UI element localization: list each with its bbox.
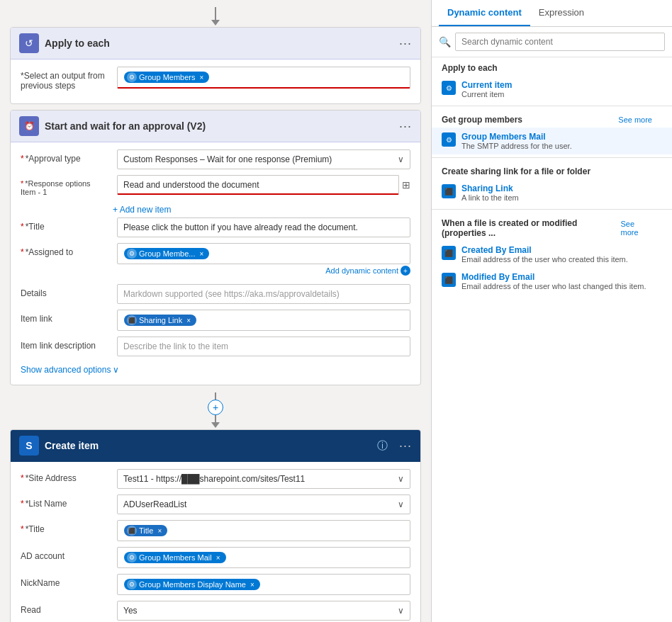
apply-to-each-title: Apply to each bbox=[45, 38, 393, 49]
assigned-token-icon: ⚙ bbox=[127, 249, 137, 259]
apply-to-each-icon: ↺ bbox=[19, 33, 39, 53]
site-address-dropdown[interactable]: Test11 - https://███sharepoint.com/sites… bbox=[117, 469, 410, 489]
approval-body: *Approval type Custom Responses – Wait f… bbox=[11, 142, 420, 385]
select-output-label: *Select an output from previous steps bbox=[21, 67, 113, 91]
response-options-input[interactable]: Read and understood the document bbox=[117, 175, 399, 195]
panel-item-modified-by-email[interactable]: ⬛ Modified By Email Email address of the… bbox=[432, 268, 672, 295]
token-label: Group Members bbox=[139, 73, 195, 81]
item-link-desc-input[interactable]: Describe the link to the item bbox=[117, 337, 410, 356]
token-remove[interactable]: × bbox=[199, 74, 203, 81]
show-advanced-label: Show advanced options bbox=[21, 365, 111, 375]
created-email-icon: ⬛ bbox=[442, 246, 456, 260]
response-options-icon: ⊞ bbox=[402, 179, 410, 191]
ad-account-label-text: Group Members Mail bbox=[139, 553, 212, 562]
nickname-remove[interactable]: × bbox=[250, 581, 254, 589]
panel-section-file: When a file is created or modified (prop… bbox=[442, 218, 621, 238]
item-link-label: Item link bbox=[21, 310, 113, 324]
assigned-to-label: *Assigned to bbox=[21, 243, 113, 257]
current-item-desc: Current item bbox=[461, 90, 512, 98]
modified-email-text: Modified By Email Email address of the u… bbox=[461, 272, 646, 290]
approval-icon: ⏰ bbox=[19, 116, 39, 136]
create-item-title: Create item bbox=[45, 440, 371, 451]
create-title-input[interactable]: ⬛ Title × bbox=[117, 520, 410, 541]
assigned-to-token[interactable]: ⚙ Group Membe... × bbox=[124, 248, 209, 259]
response-options-row: *Response options Item - 1 Read and unde… bbox=[21, 175, 410, 196]
group-mail-text: Group Members Mail The SMTP address for … bbox=[461, 132, 572, 150]
create-title-label: *Title bbox=[21, 520, 113, 534]
see-more-file[interactable]: See more bbox=[621, 220, 662, 237]
title-input[interactable]: Please click the button if you have alre… bbox=[117, 217, 410, 237]
current-item-icon: ⚙ bbox=[442, 81, 456, 95]
create-item-icon: S bbox=[19, 436, 39, 456]
divider-3 bbox=[432, 209, 672, 210]
group-mail-icon: ⚙ bbox=[442, 132, 456, 147]
sharing-link-token[interactable]: ⬛ Sharing Link × bbox=[124, 315, 196, 326]
read-label: Read bbox=[21, 601, 113, 615]
assigned-to-input[interactable]: ⚙ Group Membe... × bbox=[117, 243, 410, 264]
item-link-input[interactable]: ⬛ Sharing Link × bbox=[117, 310, 410, 331]
nickname-label: NickName bbox=[21, 574, 113, 588]
show-advanced-btn[interactable]: Show advanced options ∨ bbox=[21, 362, 410, 378]
title-row: *Title Please click the button if you ha… bbox=[21, 217, 410, 237]
apply-to-each-header: ↺ Apply to each ··· bbox=[11, 28, 420, 60]
divider-2 bbox=[432, 157, 672, 158]
add-dynamic-btn[interactable]: Add dynamic content + bbox=[325, 266, 410, 276]
approval-header: ⏰ Start and wait for an approval (V2) ··… bbox=[11, 111, 420, 142]
tab-dynamic-content[interactable]: Dynamic content bbox=[439, 0, 530, 26]
group-members-token[interactable]: ⚙ Group Members × bbox=[124, 72, 209, 83]
panel-item-sharing-link[interactable]: ⬛ Sharing Link A link to the item bbox=[432, 179, 672, 206]
modified-email-icon: ⬛ bbox=[442, 273, 456, 287]
create-item-header: S Create item ⓘ ··· bbox=[11, 430, 420, 462]
title-label: *Title bbox=[21, 217, 113, 232]
assigned-to-row: *Assigned to ⚙ Group Membe... × Add dyna… bbox=[21, 243, 410, 278]
assigned-token-remove[interactable]: × bbox=[199, 250, 203, 258]
assigned-token-label: Group Membe... bbox=[139, 249, 195, 258]
approval-type-dropdown[interactable]: Custom Responses – Wait for one response… bbox=[117, 149, 410, 169]
panel-body: Apply to each ⚙ Current item Current ite… bbox=[432, 57, 672, 622]
read-dropdown[interactable]: Yes ∨ bbox=[117, 601, 410, 621]
add-dynamic-content-row: Add dynamic content + bbox=[117, 266, 410, 276]
search-input[interactable] bbox=[455, 33, 665, 51]
apply-to-each-card: ↺ Apply to each ··· *Select an output fr… bbox=[10, 27, 421, 104]
response-options-label: *Response options Item - 1 bbox=[21, 175, 113, 196]
read-value: Yes bbox=[123, 606, 398, 616]
title-token-remove[interactable]: × bbox=[157, 527, 162, 535]
sharing-link-icon: ⬛ bbox=[127, 315, 137, 325]
approval-type-chevron: ∨ bbox=[398, 154, 404, 164]
add-step-btn[interactable]: + bbox=[208, 400, 223, 415]
panel-search-area: 🔍 bbox=[432, 27, 672, 57]
item-link-desc-label: Item link description bbox=[21, 337, 113, 351]
modified-email-desc: Email address of the user who last chang… bbox=[461, 282, 646, 290]
create-item-menu[interactable]: ··· bbox=[399, 439, 412, 453]
approval-menu[interactable]: ··· bbox=[399, 119, 412, 134]
details-input[interactable]: Markdown supported (see https://aka.ms/a… bbox=[117, 284, 410, 304]
item-link-row: Item link ⬛ Sharing Link × bbox=[21, 310, 410, 331]
site-address-value: Test11 - https://███sharepoint.com/sites… bbox=[123, 474, 398, 484]
sharing-link-remove[interactable]: × bbox=[186, 317, 191, 324]
ad-account-token[interactable]: ⚙ Group Members Mail × bbox=[124, 552, 226, 563]
panel-item-created-by-email[interactable]: ⬛ Created By Email Email address of the … bbox=[432, 241, 672, 268]
details-placeholder: Markdown supported (see https://aka.ms/a… bbox=[123, 289, 340, 299]
nickname-token[interactable]: ⚙ Group Members Display Name × bbox=[124, 579, 260, 590]
add-new-item-btn[interactable]: + Add new item bbox=[113, 202, 410, 217]
panel-item-current-item[interactable]: ⚙ Current item Current item bbox=[432, 76, 672, 103]
response-options-value: Read and understood the document bbox=[123, 180, 259, 190]
ad-account-remove[interactable]: × bbox=[216, 554, 220, 562]
create-title-row: *Title ⬛ Title × bbox=[21, 520, 410, 541]
modified-email-name: Modified By Email bbox=[461, 272, 646, 282]
panel-section-apply: Apply to each bbox=[432, 57, 672, 76]
panel-section-sharing: Create sharing link for a file or folder bbox=[432, 161, 672, 179]
list-name-chevron: ∨ bbox=[398, 499, 404, 509]
see-more-group[interactable]: See more bbox=[618, 115, 662, 124]
ad-account-input[interactable]: ⚙ Group Members Mail × bbox=[117, 547, 410, 568]
tab-expression[interactable]: Expression bbox=[530, 0, 593, 26]
apply-to-each-menu[interactable]: ··· bbox=[399, 36, 412, 51]
list-name-dropdown[interactable]: ADUserReadList ∨ bbox=[117, 494, 410, 514]
title-token[interactable]: ⬛ Title × bbox=[124, 525, 167, 536]
panel-item-group-mail[interactable]: ⚙ Group Members Mail The SMTP address fo… bbox=[432, 128, 672, 154]
select-output-input[interactable]: ⚙ Group Members × bbox=[117, 67, 410, 89]
details-row: Details Markdown supported (see https://… bbox=[21, 284, 410, 304]
approval-type-label: *Approval type bbox=[21, 149, 113, 164]
create-item-info[interactable]: ⓘ bbox=[377, 439, 388, 453]
nickname-input[interactable]: ⚙ Group Members Display Name × bbox=[117, 574, 410, 595]
